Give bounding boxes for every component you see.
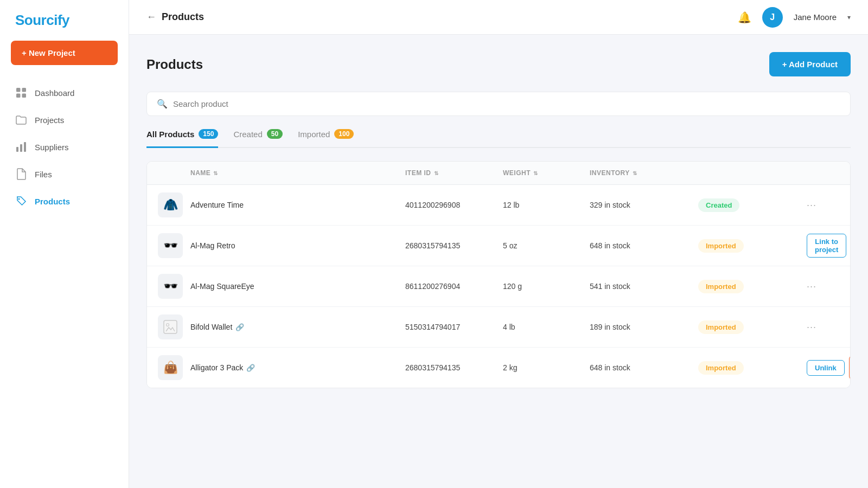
svg-rect-2 [16,94,21,98]
product-status: Created [698,198,807,212]
product-name: Al-Mag SquareEye [190,282,405,291]
tabs-container: All Products 150 Created 50 Imported 100 [146,129,851,148]
product-inventory: 648 in stock [590,241,698,250]
tab-imported[interactable]: Imported 100 [298,129,354,148]
search-bar: 🔍 [146,92,851,116]
tab-imported-label: Imported [298,130,330,139]
unlink-button[interactable]: Unlink [807,360,845,376]
product-thumbnail: 🧥 [158,192,183,217]
product-thumbnail [158,314,183,339]
product-inventory: 189 in stock [590,323,698,331]
search-input[interactable] [173,99,840,108]
tab-imported-badge: 100 [334,129,354,139]
product-inventory: 541 in stock [590,282,698,291]
product-name: Bifold Wallet 🔗 [190,323,405,331]
sidebar-item-dashboard[interactable]: Dashboard [7,80,122,105]
product-status: Imported [698,320,807,334]
product-thumbnail: 🕶️ [158,233,183,258]
th-item-id: ITEM ID ⇅ [405,169,503,177]
sidebar-item-suppliers-label: Suppliers [35,143,69,152]
sidebar-item-suppliers[interactable]: Suppliers [7,134,122,159]
sidebar-item-files[interactable]: Files [7,162,122,187]
th-weight: WEIGHT ⇅ [503,169,590,177]
topbar: ← Products 🔔 J Jane Moore ▾ [129,0,868,35]
svg-rect-4 [16,147,18,152]
svg-rect-1 [22,88,27,92]
sort-name-icon[interactable]: ⇅ [213,170,218,176]
th-thumb [158,169,190,177]
svg-rect-6 [24,142,26,152]
svg-rect-8 [164,320,177,333]
svg-rect-3 [22,94,27,98]
chart-icon [15,141,27,153]
chevron-down-icon[interactable]: ▾ [847,14,851,21]
logo: Sourcify [0,0,129,41]
table-row: 🧥 Adventure Time 4011200296908 12 lb 329… [147,185,850,226]
page-title: Products [146,57,203,72]
search-icon: 🔍 [157,99,168,109]
product-name: Adventure Time [190,201,405,209]
product-actions: ··· [807,200,839,211]
product-name: Alligator 3 Pack 🔗 [190,363,405,372]
status-badge: Imported [698,320,744,334]
sidebar-item-projects-label: Projects [35,115,64,125]
status-badge: Imported [698,361,744,375]
svg-point-7 [18,198,20,200]
more-options-button[interactable]: ··· [807,322,816,332]
tab-all-products[interactable]: All Products 150 [146,129,218,148]
content-area: Products + Add Product 🔍 All Products 15… [129,35,868,488]
table-row: 👜 Alligator 3 Pack 🔗 2680315794135 2 kg … [147,348,850,388]
table-row: 🕶️ Al-Mag SquareEye 8611200276904 120 g … [147,266,850,307]
product-actions: Unlink Create project [807,356,839,380]
tag-icon [15,195,27,207]
sidebar-nav: Dashboard Projects Suppliers [0,80,129,214]
th-actions [807,169,839,177]
products-table: NAME ⇅ ITEM ID ⇅ WEIGHT ⇅ INVENTORY ⇅ [146,161,851,388]
th-inventory: INVENTORY ⇅ [590,169,698,177]
table-header: NAME ⇅ ITEM ID ⇅ WEIGHT ⇅ INVENTORY ⇅ [147,162,850,185]
product-status: Imported [698,239,807,253]
back-arrow-icon[interactable]: ← [146,11,156,23]
product-item-id: 8611200276904 [405,282,503,291]
sort-id-icon[interactable]: ⇅ [434,170,439,176]
more-options-button[interactable]: ··· [807,200,816,210]
tab-created[interactable]: Created 50 [233,129,283,148]
more-options-button[interactable]: ··· [807,281,816,292]
sort-inventory-icon[interactable]: ⇅ [633,170,637,176]
product-item-id: 2680315794135 [405,241,503,250]
main-area: ← Products 🔔 J Jane Moore ▾ Products + A… [129,0,868,488]
create-project-button[interactable]: Create project [849,356,851,380]
product-status: Imported [698,361,807,375]
sidebar-item-products-label: Products [35,197,70,206]
add-product-button[interactable]: + Add Product [769,52,851,76]
content-header: Products + Add Product [146,52,851,76]
user-name: Jane Moore [794,12,837,22]
sidebar-item-products[interactable]: Products [7,189,122,214]
new-project-button[interactable]: + New Project [11,41,118,65]
product-weight: 4 lb [503,323,590,331]
th-name: NAME ⇅ [190,169,405,177]
product-item-id: 4011200296908 [405,201,503,209]
table-row: Bifold Wallet 🔗 5150314794017 4 lb 189 i… [147,307,850,348]
sidebar: Sourcify + New Project Dashboard Projec [0,0,129,488]
table-row: 🕶️ Al-Mag Retro 2680315794135 5 oz 648 i… [147,226,850,266]
status-badge: Imported [698,239,744,253]
file-icon [15,168,27,180]
svg-rect-5 [20,144,22,152]
sidebar-item-dashboard-label: Dashboard [35,88,74,98]
product-item-id: 5150314794017 [405,323,503,331]
status-badge: Imported [698,280,744,293]
link-to-project-button[interactable]: Link to project [807,234,846,258]
product-thumbnail: 👜 [158,355,183,380]
product-name: Al-Mag Retro [190,241,405,250]
sidebar-item-projects[interactable]: Projects [7,107,122,132]
bell-icon[interactable]: 🔔 [738,11,751,24]
sort-weight-icon[interactable]: ⇅ [533,170,538,176]
tab-all-badge: 150 [199,129,218,139]
product-inventory: 329 in stock [590,201,698,209]
svg-rect-0 [16,88,21,92]
topbar-title: Products [162,11,204,23]
link-icon: 🔗 [246,364,255,372]
status-badge: Created [698,198,739,212]
grid-icon [15,87,27,99]
